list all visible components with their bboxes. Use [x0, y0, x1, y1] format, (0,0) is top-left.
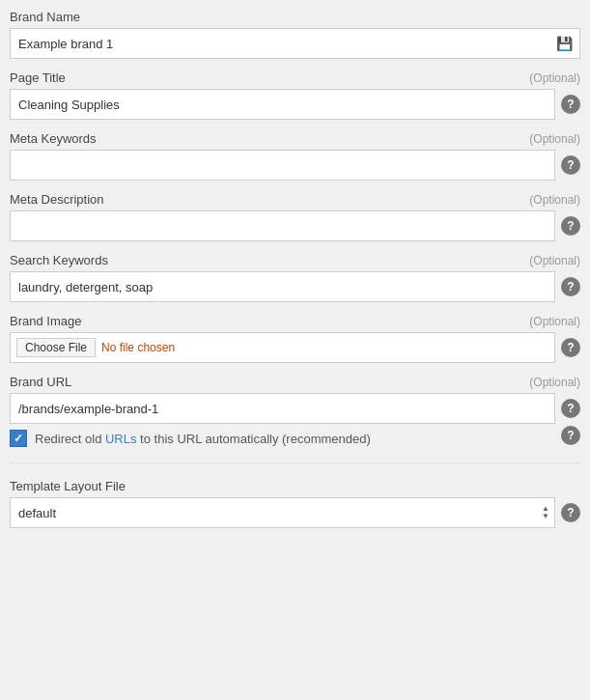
page-title-row: ?: [10, 89, 580, 120]
brand-url-help-icon[interactable]: ?: [561, 399, 580, 418]
brand-name-input-wrapper: 💾: [10, 28, 580, 59]
meta-description-label: Meta Description: [10, 192, 104, 207]
brand-name-field: Brand Name 💾: [10, 10, 580, 59]
brand-name-label: Brand Name: [10, 10, 80, 24]
meta-keywords-input[interactable]: [10, 150, 555, 181]
section-divider: [10, 462, 580, 463]
search-keywords-row: ?: [10, 271, 580, 302]
page-title-label: Page Title: [10, 70, 66, 85]
meta-keywords-optional: (Optional): [529, 132, 580, 146]
meta-keywords-field: Meta Keywords (Optional) ?: [10, 131, 580, 181]
meta-description-row: ?: [10, 210, 580, 241]
choose-file-button[interactable]: Choose File: [16, 338, 96, 357]
brand-url-optional: (Optional): [529, 376, 580, 389]
file-input-container: Choose File No file chosen: [10, 332, 555, 363]
template-layout-select[interactable]: default: [10, 497, 555, 528]
template-layout-row: default ▲ ▼ ?: [10, 497, 580, 528]
brand-url-input[interactable]: [10, 393, 555, 424]
brand-image-optional: (Optional): [529, 315, 580, 328]
meta-description-field: Meta Description (Optional) ?: [10, 192, 580, 241]
brand-name-input[interactable]: [10, 28, 580, 59]
meta-description-input[interactable]: [10, 210, 555, 241]
template-layout-help-icon[interactable]: ?: [561, 503, 580, 522]
search-keywords-input[interactable]: [10, 271, 555, 302]
save-icon: 💾: [556, 36, 573, 51]
brand-image-help-icon[interactable]: ?: [561, 338, 580, 357]
urls-link: URLs: [105, 432, 137, 446]
brand-url-row: ?: [10, 393, 580, 424]
template-layout-label: Template Layout File: [10, 479, 126, 493]
meta-description-help-icon[interactable]: ?: [561, 216, 580, 236]
redirect-checkbox[interactable]: [10, 430, 27, 447]
meta-description-optional: (Optional): [529, 193, 580, 207]
page-title-input[interactable]: [10, 89, 555, 120]
meta-keywords-row: ?: [10, 150, 580, 181]
search-keywords-help-icon[interactable]: ?: [561, 277, 580, 296]
brand-url-field: Brand URL (Optional) ? Redirect old URLs…: [10, 375, 580, 447]
no-file-text: No file chosen: [101, 341, 175, 354]
page-title-field: Page Title (Optional) ?: [10, 70, 580, 120]
redirect-row: Redirect old URLs to this URL automatica…: [10, 424, 580, 447]
template-layout-field: Template Layout File default ▲ ▼ ?: [10, 479, 580, 528]
page-title-help-icon[interactable]: ?: [561, 95, 580, 114]
redirect-checkbox-row: Redirect old URLs to this URL automatica…: [10, 430, 371, 447]
redirect-help-icon[interactable]: ?: [561, 426, 580, 445]
brand-url-label: Brand URL: [10, 375, 71, 389]
redirect-label: Redirect old URLs to this URL automatica…: [35, 432, 371, 446]
template-layout-select-wrapper: default ▲ ▼: [10, 497, 555, 528]
search-keywords-optional: (Optional): [529, 254, 580, 267]
search-keywords-field: Search Keywords (Optional) ?: [10, 253, 580, 302]
meta-keywords-help-icon[interactable]: ?: [561, 155, 580, 175]
page-title-optional: (Optional): [529, 71, 580, 85]
brand-image-row: Choose File No file chosen ?: [10, 332, 580, 363]
brand-image-label: Brand Image: [10, 314, 81, 328]
search-keywords-label: Search Keywords: [10, 253, 108, 267]
meta-keywords-label: Meta Keywords: [10, 131, 97, 146]
brand-image-field: Brand Image (Optional) Choose File No fi…: [10, 314, 580, 363]
